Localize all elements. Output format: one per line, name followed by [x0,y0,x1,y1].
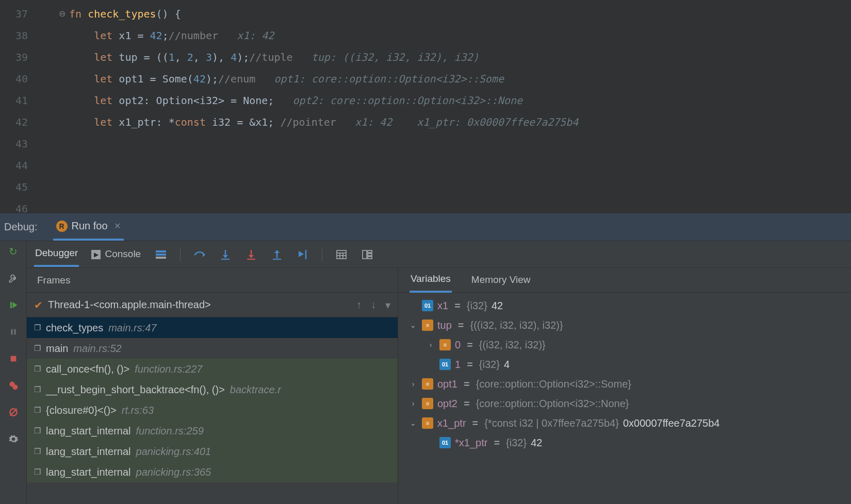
svg-rect-31 [368,257,372,259]
frame-location: backtrace.r [230,384,281,396]
code-line[interactable]: let tup = ((1, 2, 3), 4);//tuple tup: ((… [69,46,851,68]
stack-frame-row[interactable]: ❐{closure#0}<()>rt.rs:63 [27,400,398,421]
variable-type: {(i32, i32, i32)} [479,339,546,351]
frame-name: __rust_begin_short_backtrace<fn(), ()> [46,384,225,396]
frame-icon: ❐ [34,447,41,456]
step-out-icon[interactable] [270,248,284,261]
svg-rect-9 [156,250,166,253]
equals: = [467,359,473,371]
variable-row[interactable]: 01 x1 = {i32} 42 [398,296,851,315]
wrench-icon[interactable] [7,272,20,284]
thread-selector-row[interactable]: ✔ Thread-1-<com.apple.main-thread> ↑ ↓ ▾ [27,293,398,317]
stack-frame-row[interactable]: ❐__rust_begin_short_backtrace<fn(), ()>b… [27,379,398,400]
variable-row[interactable]: ⌄≡ tup = {((i32, i32, i32), i32)} [398,315,851,335]
run-to-cursor-icon[interactable] [296,248,309,261]
variable-type: {*const i32 | 0x7ffee7a275b4} [484,417,619,429]
mute-breakpoints-icon[interactable] [7,406,20,418]
thread-name: Thread-1-<com.apple.main-thread> [48,299,211,311]
struct-icon: ≡ [422,398,433,409]
frame-icon: ❐ [34,344,41,353]
frame-name: {closure#0}<()> [46,405,117,416]
stack-frame-row[interactable]: ❐lang_start_internalfunction.rs:259 [27,421,398,441]
frame-location: panicking.rs:401 [136,446,211,458]
chevron-down-icon[interactable]: ⌄ [408,321,418,329]
thread-dropdown-icon[interactable]: ▾ [385,299,390,311]
struct-icon: ≡ [439,339,451,350]
variable-row[interactable]: 01 1 = {i32} 4 [398,355,851,374]
variable-row[interactable]: ›≡ opt1 = {core::option::Option<i32>::So… [398,374,851,394]
code-line[interactable]: let x1 = 42;//number x1: 42 [69,25,851,46]
resume-icon[interactable] [7,299,20,311]
layout-icon[interactable] [361,248,374,261]
check-icon: ✔ [34,299,43,311]
chevron-right-icon[interactable]: › [408,380,418,388]
frame-icon: ❐ [34,323,41,332]
svg-rect-2 [11,329,12,335]
svg-marker-19 [274,250,280,253]
code-line[interactable]: let x1_ptr: *const i32 = &x1; //pointer … [69,111,851,133]
svg-rect-23 [337,250,346,259]
equals: = [464,378,470,390]
code-editor[interactable]: 37383940414243444546 ⊖ fn check_types() … [0,0,851,213]
svg-rect-3 [14,329,15,335]
variable-row[interactable]: ⌄≡ x1_ptr = {*const i32 | 0x7ffee7a275b4… [398,413,851,433]
variables-tree[interactable]: 01 x1 = {i32} 42⌄≡ tup = {((i32, i32, i3… [398,293,851,504]
frame-name: lang_start_internal [46,466,131,478]
frame-location: main.rs:47 [108,322,156,334]
equals: = [494,437,500,449]
frame-down-icon[interactable]: ↓ [371,299,376,311]
chevron-right-icon[interactable]: › [408,399,418,408]
struct-icon: ≡ [422,417,433,429]
inlay-hint: x1: 42 x1_ptr: 0x00007ffee7a275b4 [336,116,579,128]
stack-frame-row[interactable]: ❐mainmain.rs:52 [27,338,398,359]
chevron-right-icon[interactable]: › [426,341,435,349]
code-line[interactable]: let opt1 = Some(42);//enum opt1: core::o… [69,68,851,90]
code-body[interactable]: fn check_types() { let x1 = 42;//number … [69,0,851,213]
code-line[interactable]: let opt2: Option<i32> = None; opt2: core… [69,90,851,111]
variable-row[interactable]: 01 *x1_ptr = {i32} 42 [398,433,851,452]
threads-icon[interactable] [154,248,168,261]
frame-location: function.rs:227 [135,363,202,375]
step-over-icon[interactable] [193,248,206,261]
chevron-down-icon[interactable]: ⌄ [408,419,418,427]
evaluate-expression-icon[interactable] [335,248,348,261]
stop-icon[interactable] [7,352,20,365]
debugger-toolbar: Debugger ▶ Console [27,241,851,268]
stack-frame-row[interactable]: ❐lang_start_internalpanicking.rs:365 [27,462,398,482]
variables-tab[interactable]: Variables [410,268,452,293]
stack-frame-row[interactable]: ❐call_once<fn(), ()>function.rs:227 [27,359,398,379]
struct-icon: ≡ [422,378,433,390]
variable-type: {i32} [467,300,487,312]
fold-start-icon[interactable]: ⊖ [59,3,66,25]
variable-value: 4 [504,359,510,371]
svg-marker-16 [249,255,254,258]
stack-frame-row[interactable]: ❐check_typesmain.rs:47 [27,317,398,338]
variable-row[interactable]: ›≡ 0 = {(i32, i32, i32)} [398,335,851,355]
equals: = [458,320,464,331]
memory-view-tab[interactable]: Memory View [470,269,532,292]
code-line[interactable]: fn check_types() { [69,3,851,25]
frame-icon: ❐ [34,467,41,477]
frame-up-icon[interactable]: ↑ [356,299,362,311]
frame-list[interactable]: ❐check_typesmain.rs:47❐mainmain.rs:52❐ca… [27,317,398,504]
stack-frame-row[interactable]: ❐lang_start_internalpanicking.rs:401 [27,441,398,462]
frames-header: Frames [27,268,398,293]
run-config-name: Run foo [72,220,108,232]
debugger-tab[interactable]: Debugger [34,242,79,267]
svg-rect-29 [368,250,372,253]
variable-row[interactable]: ›≡ opt2 = {core::option::Option<i32>::No… [398,394,851,413]
run-configuration-tab[interactable]: R Run foo ✕ [53,213,124,241]
rerun-icon[interactable]: ↻ [7,245,20,258]
variable-name: opt2 [437,398,457,410]
pause-icon[interactable] [7,326,20,338]
console-tab[interactable]: Console [104,243,142,266]
frame-name: main [46,343,68,355]
variable-name: x1_ptr [437,417,466,429]
step-into-icon[interactable] [219,248,232,261]
force-step-into-icon[interactable] [244,248,258,261]
frame-icon: ❐ [34,364,41,374]
breakpoints-icon[interactable] [7,379,20,392]
settings-icon[interactable] [7,433,20,445]
close-icon[interactable]: ✕ [114,221,121,231]
variable-name: x1 [437,300,448,312]
